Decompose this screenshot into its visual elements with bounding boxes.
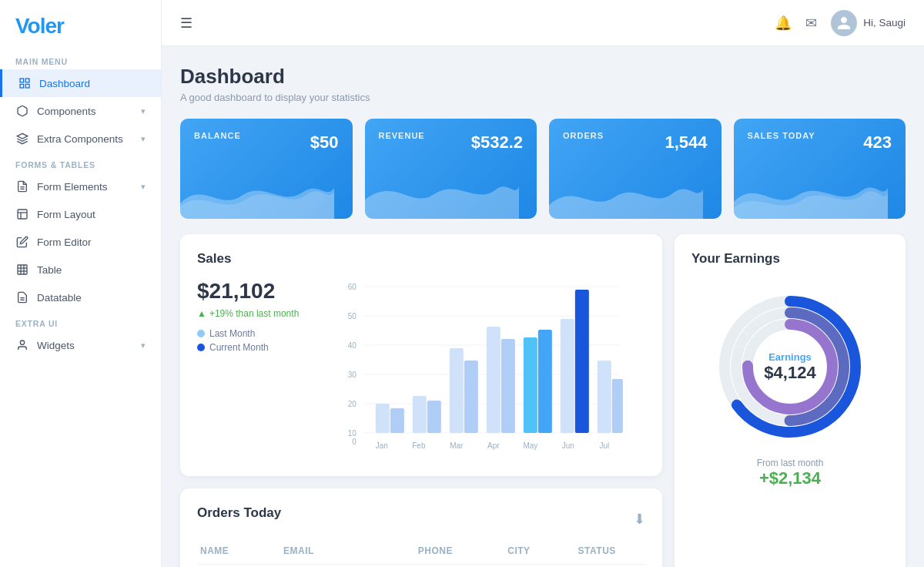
svg-rect-36 [464,361,478,433]
sidebar-item-label: Components [37,106,141,117]
topbar-greeting: Hi, Saugi [863,17,906,29]
legend-dot-last [197,330,205,337]
user-avatar-button[interactable]: Hi, Saugi [831,10,906,36]
donut-value: $4,124 [764,363,815,383]
svg-rect-10 [18,265,27,274]
col-phone: Phone [418,545,501,556]
col-city: City [507,545,571,556]
donut-chart: Earnings $4,124 [713,290,867,444]
layers-icon [15,132,29,146]
col-email: Email [283,545,412,556]
page-subtitle: A good dashboard to display your statist… [180,92,906,103]
stat-value: $50 [310,133,339,153]
sidebar-item-label: Form Editor [37,237,146,248]
edit-icon [15,235,29,249]
svg-text:Jun: Jun [562,441,574,450]
section-label-forms: Forms & Tables [0,153,161,173]
sidebar-item-form-elements[interactable]: Form Elements ▾ [0,173,161,200]
svg-rect-39 [524,337,537,433]
sidebar-item-label: Widgets [37,340,141,351]
sidebar-item-datatable[interactable]: Datatable [0,284,161,311]
legend-label: Last Month [209,328,255,339]
legend-label: Current Month [209,342,269,353]
svg-rect-37 [487,327,500,433]
hamburger-menu[interactable]: ☰ [180,15,192,32]
from-last-month: From last month +$2,134 [757,458,824,488]
sidebar-item-label: Form Layout [37,209,146,220]
svg-marker-4 [17,133,27,139]
svg-rect-31 [376,404,390,433]
legend-dot-current [197,344,205,351]
stat-value: 1,544 [665,133,707,153]
svg-rect-1 [25,79,29,82]
datatable-icon [15,290,29,304]
svg-rect-44 [612,379,623,433]
svg-rect-38 [501,339,515,433]
svg-text:0: 0 [353,438,357,446]
svg-text:30: 30 [348,371,357,379]
svg-rect-32 [390,408,404,433]
bar-chart-svg: 60 50 40 30 20 10 0 [314,279,645,456]
stat-label: Sales Today [748,131,815,140]
svg-text:May: May [524,441,538,450]
box-icon [15,104,29,118]
chevron-down-icon: ▾ [141,341,146,351]
svg-rect-33 [413,396,427,433]
from-label: From last month [757,458,824,468]
svg-rect-0 [20,79,24,82]
bottom-row: Sales $21,102 ▲ +19% than last month Las… [180,234,906,567]
stat-card-sales-today: Sales Today 423 [734,119,906,219]
svg-rect-41 [561,319,574,433]
sidebar-item-label: Dashboard [39,78,146,89]
grid-icon [18,76,32,90]
layout-icon [15,207,29,221]
stat-label: Revenue [379,131,425,140]
svg-text:10: 10 [348,429,357,438]
svg-text:40: 40 [348,341,357,350]
stat-value: $532.2 [471,133,523,153]
svg-text:60: 60 [348,283,357,291]
download-icon[interactable]: ⬇ [634,511,645,528]
stat-value: 423 [863,133,892,153]
chevron-down-icon: ▾ [141,134,146,144]
svg-text:Jan: Jan [376,441,388,450]
page-title: Dashboard [180,65,906,89]
sales-title: Sales [197,251,645,267]
svg-text:Feb: Feb [413,441,427,450]
donut-center: Earnings $4,124 [764,351,815,383]
sidebar-item-label: Form Elements [37,181,141,193]
notification-icon[interactable]: 🔔 [775,15,792,32]
mail-icon[interactable]: ✉ [805,15,817,32]
sidebar-item-extra-components[interactable]: Extra Components ▾ [0,125,161,153]
sales-amount: $21,102 [197,279,299,304]
sidebar-item-table[interactable]: Table [0,256,161,284]
trend-arrow: ▲ [197,308,206,319]
svg-text:20: 20 [348,400,357,408]
sidebar-item-label: Datatable [37,292,146,304]
svg-rect-3 [20,84,24,88]
svg-text:Apr: Apr [487,441,500,450]
sidebar-item-form-editor[interactable]: Form Editor [0,228,161,256]
left-column: Sales $21,102 ▲ +19% than last month Las… [180,234,662,567]
orders-card: Orders Today ⬇ Name Email Phone City Sta… [180,488,662,567]
sidebar-item-label: Extra Components [37,133,141,145]
sidebar-item-dashboard[interactable]: Dashboard [0,69,161,97]
svg-rect-40 [538,330,552,433]
sidebar-item-form-layout[interactable]: Form Layout [0,200,161,228]
orders-title: Orders Today [197,505,281,521]
stat-card-revenue: Revenue $532.2 [365,119,537,219]
chevron-down-icon: ▾ [141,106,146,116]
section-label-extra: Extra UI [0,311,161,331]
donut-label: Earnings [764,351,815,363]
sidebar-section-forms: Forms & Tables Form Elements ▾ Form Layo… [0,153,161,311]
sales-layout: $21,102 ▲ +19% than last month Last Mont… [197,279,645,459]
sales-trend: ▲ +19% than last month [197,308,299,319]
sidebar-item-components[interactable]: Components ▾ [0,97,161,125]
section-label-main: Main Menu [0,49,161,69]
svg-rect-34 [427,401,441,433]
legend-current-month: Current Month [197,342,299,353]
sidebar-item-widgets[interactable]: Widgets ▾ [0,331,161,359]
from-value: +$2,134 [757,468,824,488]
col-status: Status [578,545,642,556]
earnings-title: Your Earnings [691,251,780,267]
